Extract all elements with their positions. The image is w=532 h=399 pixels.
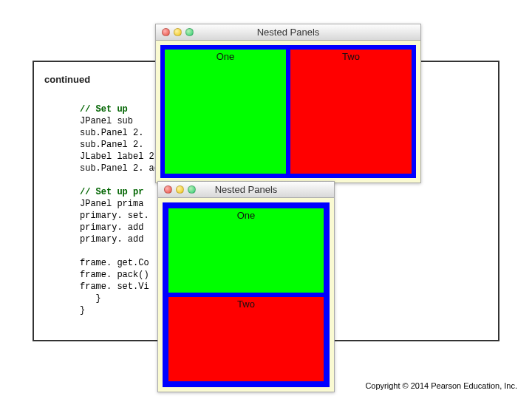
code-brace: } <box>80 305 85 316</box>
window-titlebar: Nested Panels <box>156 24 420 41</box>
zoom-icon[interactable] <box>185 28 194 36</box>
window-title: Nested Panels <box>156 27 420 38</box>
code-comment: // Set up pr <box>80 187 143 197</box>
subpanel-two: Two <box>290 50 412 174</box>
code-line: frame. pack() <box>80 270 149 280</box>
code-brace: } <box>80 293 101 304</box>
code-line: JPanel prima <box>80 199 143 209</box>
minimize-icon[interactable] <box>176 185 184 194</box>
subpanel-two: Two <box>168 297 324 381</box>
minimize-icon[interactable] <box>174 28 182 36</box>
code-line: primary. add <box>80 222 143 233</box>
label-two: Two <box>237 299 255 310</box>
code-line: primary. add <box>80 234 143 245</box>
code-line: frame. set.Vi <box>80 282 149 292</box>
close-icon[interactable] <box>164 185 172 194</box>
traffic-lights <box>156 28 194 36</box>
code-line: primary. set. <box>80 211 149 221</box>
code-line: frame. get.Co <box>80 258 149 268</box>
code-line: sub.Panel 2. <box>80 140 143 150</box>
window-content: One Two <box>158 198 334 392</box>
close-icon[interactable] <box>162 28 170 36</box>
label-one: One <box>216 51 235 62</box>
traffic-lights <box>158 185 196 194</box>
subpanel-one: One <box>168 208 324 293</box>
label-two: Two <box>342 51 360 62</box>
primary-panel: One Two <box>160 45 416 178</box>
label-one: One <box>237 210 256 221</box>
code-comment: // Set up <box>80 104 128 115</box>
zoom-icon[interactable] <box>188 185 196 194</box>
window-content: One Two <box>156 41 420 183</box>
copyright: Copyright © 2014 Pearson Education, Inc. <box>365 381 517 390</box>
code-line: sub.Panel 2. <box>80 128 143 138</box>
nested-panels-window-horizontal: Nested Panels One Two <box>155 24 421 183</box>
code-line: JPanel sub <box>80 116 133 126</box>
subpanel-one: One <box>165 50 286 174</box>
primary-panel: One Two <box>163 202 330 387</box>
nested-panels-window-vertical: Nested Panels One Two <box>157 181 335 392</box>
window-titlebar: Nested Panels <box>158 182 334 198</box>
continued-label: continued <box>44 74 90 85</box>
